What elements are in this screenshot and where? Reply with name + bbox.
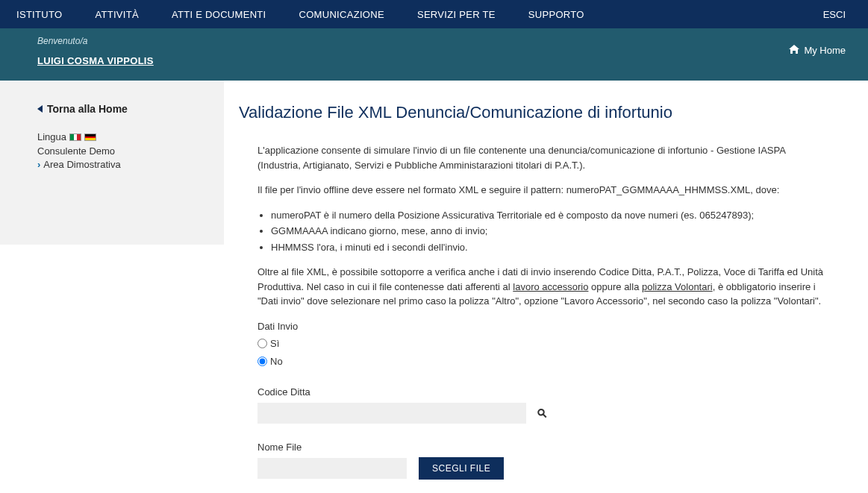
sidebar-area-label: Area Dimostrativa [43, 159, 120, 170]
nav-servizi[interactable]: SERVIZI PER TE [401, 0, 512, 28]
radio-no-label: No [270, 354, 283, 369]
inner-content: L'applicazione consente di simulare l'in… [239, 143, 838, 493]
codice-ditta-label: Codice Ditta [257, 385, 831, 400]
sidebar-back-link[interactable]: Torna alla Home [37, 103, 202, 115]
chevron-right-icon: › [37, 159, 40, 170]
radio-si-label: Sì [270, 336, 279, 351]
content: Validazione File XML Denuncia/Comunicazi… [224, 81, 868, 493]
flag-it-icon[interactable] [69, 134, 81, 141]
codice-ditta-input[interactable] [257, 403, 526, 424]
sidebar-lang: Lingua [37, 131, 202, 142]
nav-supporto[interactable]: SUPPORTO [512, 0, 601, 28]
back-arrow-icon [37, 105, 43, 113]
top-nav: ISTITUTO ATTIVITÀ ATTI E DOCUMENTI COMUN… [0, 0, 868, 28]
my-home-label: My Home [804, 45, 846, 56]
dati-invio-label: Dati Invio [257, 319, 831, 334]
search-icon[interactable]: ⚲ [533, 403, 552, 422]
link-lavoro-accessorio[interactable]: lavoro accessorio [513, 281, 588, 292]
page-title: Validazione File XML Denuncia/Comunicazi… [239, 103, 838, 122]
nav-comunicazione[interactable]: COMUNICAZIONE [283, 0, 401, 28]
intro-paragraph-3: Oltre al file XML, è possibile sottoporr… [257, 265, 831, 309]
sidebar-back-label: Torna alla Home [47, 103, 128, 115]
nav-exit[interactable]: ESCI [801, 0, 868, 28]
scegli-file-button[interactable]: SCEGLI FILE [419, 457, 504, 480]
nav-istituto[interactable]: ISTITUTO [0, 0, 78, 28]
my-home-link[interactable]: My Home [789, 36, 868, 56]
flag-de-icon[interactable] [84, 134, 96, 141]
lang-label: Lingua [37, 131, 66, 142]
user-name[interactable]: LUIGI COSMA VIPPOLIS [37, 55, 154, 66]
sidebar: Torna alla Home Lingua Consulente Demo ›… [0, 81, 224, 245]
bullet-ggmmaaaa: GGMMAAAA indicano giorno, mese, anno di … [271, 224, 831, 239]
radio-no[interactable] [257, 357, 267, 366]
link-polizza-volontari[interactable]: polizza Volontari [642, 281, 713, 292]
welcome-block: Benvenuto/a LUIGI COSMA VIPPOLIS [37, 36, 154, 66]
pattern-list: numeroPAT è il numero della Posizione As… [271, 208, 831, 255]
sub-header: Benvenuto/a LUIGI COSMA VIPPOLIS My Home [0, 28, 868, 81]
nav-left: ISTITUTO ATTIVITÀ ATTI E DOCUMENTI COMUN… [0, 0, 601, 28]
nav-attivita[interactable]: ATTIVITÀ [78, 0, 155, 28]
bullet-numeropat: numeroPAT è il numero della Posizione As… [271, 208, 831, 223]
sidebar-consulente: Consulente Demo [37, 145, 202, 157]
home-icon [789, 45, 799, 56]
nome-file-input[interactable] [257, 458, 407, 479]
radio-si[interactable] [257, 339, 267, 348]
intro-paragraph-2: Il file per l'invio offline deve essere … [257, 183, 831, 198]
bullet-hhmmss: HHMMSS l'ora, i minuti ed i secondi dell… [271, 240, 831, 255]
sidebar-area-link[interactable]: › Area Dimostrativa [37, 159, 202, 170]
intro-paragraph-1: L'applicazione consente di simulare l'in… [257, 143, 831, 172]
welcome-label: Benvenuto/a [37, 36, 154, 46]
nome-file-label: Nome File [257, 440, 831, 455]
nav-atti-documenti[interactable]: ATTI E DOCUMENTI [155, 0, 283, 28]
